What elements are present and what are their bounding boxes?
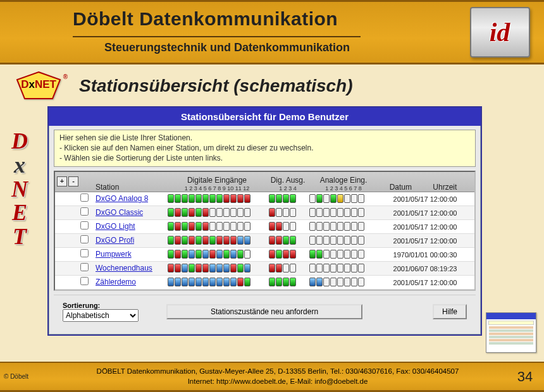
refresh-button[interactable]: Stationszustände neu anfordern: [166, 304, 362, 319]
led-indicator: [168, 250, 174, 259]
info-box: Hier sehen sie die Liste Ihrer Stationen…: [54, 130, 476, 167]
copyright: © Döbelt: [0, 373, 49, 380]
led-indicator: [269, 194, 275, 203]
registered-icon: ®: [63, 73, 68, 80]
expand-all-button[interactable]: +: [57, 176, 67, 187]
collapse-all-button[interactable]: -: [68, 176, 78, 187]
led-indicator: [337, 278, 343, 286]
station-link[interactable]: DxGO Profi: [96, 236, 134, 245]
led-indicator: [358, 222, 364, 231]
led-indicator: [337, 194, 343, 203]
di-leds: [166, 208, 268, 217]
grid-header: + - Station Digitale Eingänge 1 2 3 4 5 …: [55, 172, 474, 192]
ai-leds: [308, 250, 379, 259]
led-indicator: [316, 250, 323, 259]
do-leds: [268, 222, 308, 231]
station-link[interactable]: Zählerdemo: [96, 278, 136, 286]
led-indicator: [216, 194, 223, 203]
led-indicator: [269, 222, 275, 231]
led-indicator: [168, 194, 174, 203]
led-indicator: [230, 250, 237, 259]
row-datetime: 2001/05/17 12:00:00: [379, 208, 467, 217]
row-checkbox[interactable]: [80, 221, 89, 230]
di-leds: [166, 250, 268, 259]
led-indicator: [216, 222, 223, 231]
ai-leds: [308, 222, 379, 231]
row-datetime: 1970/01/01 00:00:30: [379, 250, 467, 259]
row-checkbox[interactable]: [80, 263, 89, 271]
led-indicator: [182, 278, 188, 286]
row-checkbox[interactable]: [80, 193, 89, 202]
led-indicator: [244, 264, 250, 273]
led-indicator: [337, 236, 343, 245]
led-indicator: [344, 208, 350, 217]
company-subtitle: Steuerungstechnik und Datenkommunikation: [73, 41, 455, 54]
led-indicator: [195, 264, 202, 273]
led-indicator: [202, 236, 209, 245]
led-indicator: [223, 250, 230, 259]
station-link[interactable]: DxGO Light: [96, 222, 135, 231]
led-indicator: [182, 194, 188, 203]
led-indicator: [244, 222, 250, 231]
led-indicator: [244, 208, 250, 217]
row-datetime: 2001/05/17 12:00:00: [379, 222, 467, 231]
led-indicator: [189, 264, 195, 273]
led-indicator: [230, 222, 237, 231]
led-indicator: [344, 278, 350, 286]
led-indicator: [230, 208, 237, 217]
page-title: Stationsübersicht (schematisch): [68, 76, 353, 96]
led-indicator: [182, 236, 188, 245]
led-indicator: [269, 264, 275, 273]
led-indicator: [283, 278, 289, 286]
footer-address: DÖBELT Datenkommunikation, Gustav-Meyer-…: [49, 367, 506, 386]
led-indicator: [237, 264, 244, 273]
led-indicator: [209, 250, 216, 259]
col-do-header[interactable]: Dig. Ausg. 1 2 3 4: [268, 176, 308, 192]
led-indicator: [189, 194, 195, 203]
led-indicator: [351, 250, 357, 259]
station-link[interactable]: DxGO Classic: [96, 208, 143, 217]
brand-letter: x: [8, 154, 33, 178]
company-title: Döbelt Datenkommunikation: [73, 8, 361, 37]
led-indicator: [230, 278, 237, 286]
station-link[interactable]: Wochenendhaus: [96, 264, 152, 273]
col-station-header[interactable]: Station: [96, 181, 166, 192]
row-checkbox[interactable]: [80, 249, 89, 257]
col-di-header[interactable]: Digitale Eingänge 1 2 3 4 5 6 7 8 9 10 1…: [166, 176, 268, 192]
do-leds: [268, 250, 308, 259]
ai-leds: [308, 208, 379, 217]
led-indicator: [237, 222, 244, 231]
info-line: - Klicken sie auf den Namen einer Statio…: [59, 143, 470, 153]
col-datetime-header[interactable]: Datum Uhrzeit: [379, 181, 467, 192]
table-row: Pumpwerk1970/01/01 00:00:30: [55, 248, 474, 262]
station-link[interactable]: DxGO Analog 8: [96, 194, 148, 203]
station-link[interactable]: Pumpwerk: [96, 250, 132, 259]
do-leds: [268, 236, 308, 245]
row-checkbox[interactable]: [80, 277, 89, 285]
slide-thumbnail[interactable]: [486, 312, 536, 353]
badge-x: x: [28, 78, 34, 90]
dxnet-badge: DxNET ®: [9, 71, 68, 101]
led-indicator: [230, 264, 237, 273]
row-datetime: 2001/05/17 12:00:00: [379, 236, 467, 245]
led-indicator: [316, 222, 323, 231]
led-indicator: [290, 194, 296, 203]
row-checkbox[interactable]: [80, 235, 89, 243]
led-indicator: [202, 208, 209, 217]
led-indicator: [351, 264, 357, 273]
sort-select[interactable]: Alphabetisch: [63, 309, 139, 322]
led-indicator: [202, 264, 209, 273]
info-line: - Wählen sie die Sortierung der Liste un…: [59, 153, 470, 163]
led-indicator: [244, 278, 250, 286]
led-indicator: [330, 208, 337, 217]
led-indicator: [168, 264, 174, 273]
row-checkbox[interactable]: [80, 207, 89, 216]
led-indicator: [223, 278, 230, 286]
led-indicator: [351, 208, 357, 217]
col-ai-header[interactable]: Analoge Eing. 1 2 3 4 5 6 7 8: [308, 176, 379, 192]
ai-leds: [308, 264, 379, 273]
led-indicator: [195, 236, 202, 245]
led-indicator: [283, 222, 289, 231]
help-button[interactable]: Hilfe: [433, 304, 467, 319]
led-indicator: [189, 208, 195, 217]
